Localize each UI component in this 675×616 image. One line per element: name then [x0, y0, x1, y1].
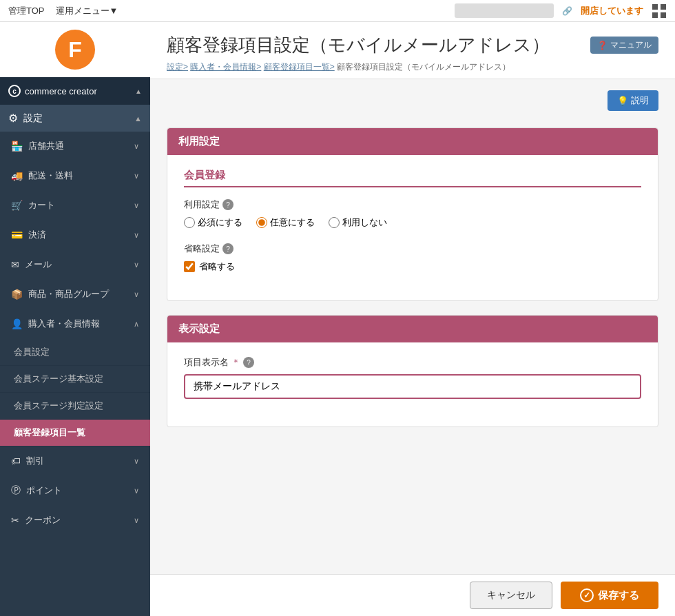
sidebar-item-discount[interactable]: 🏷 割引 ∨: [0, 446, 150, 476]
sidebar-subitem-stage-basic[interactable]: 会員ステージ基本設定: [0, 366, 150, 393]
abbreviation-checkbox[interactable]: [184, 261, 195, 272]
brand-name: commerce creator: [25, 86, 97, 96]
check-circle-icon: ✓: [580, 588, 594, 602]
item-name-input[interactable]: [184, 374, 641, 399]
item-name-field: 項目表示名 ＊ ?: [184, 356, 641, 399]
store-icon: 🏪: [11, 141, 23, 152]
explain-label: 説明: [631, 94, 649, 107]
settings-section-header[interactable]: ⚙ 設定 ▲: [0, 105, 150, 132]
usage-settings-header: 利用設定: [167, 128, 658, 155]
question-icon: ❓: [597, 41, 608, 50]
members-chevron: ∧: [134, 320, 139, 329]
abbreviation-checkbox-label[interactable]: 省略する: [184, 260, 641, 273]
display-settings-card: 表示設定 項目表示名 ＊ ?: [167, 315, 658, 427]
radio-disabled[interactable]: 利用しない: [329, 216, 387, 229]
radio-optional-input[interactable]: [256, 217, 267, 228]
coupon-icon: ✂: [11, 515, 19, 526]
stage-basic-label: 会員ステージ基本設定: [14, 373, 103, 384]
sidebar-item-payment[interactable]: 💳 決済 ∨: [0, 220, 150, 250]
abbreviation-info-icon[interactable]: ?: [222, 243, 233, 254]
radio-required[interactable]: 必須にする: [184, 216, 242, 229]
member-settings-label: 会員設定: [14, 347, 50, 357]
display-settings-header: 表示設定: [167, 316, 658, 342]
main-layout: F c commerce creator ▲ ⚙ 設定 ▲ 🏪 店舗共通 ∨: [0, 22, 675, 616]
radio-required-input[interactable]: [184, 217, 195, 228]
brand-c-icon: c: [8, 85, 21, 97]
store-status[interactable]: 開店しています: [581, 5, 643, 17]
sidebar-item-cart[interactable]: 🛒 カート ∨: [0, 191, 150, 220]
usage-info-icon[interactable]: ?: [222, 199, 233, 210]
page-title: 顧客登録項目設定（モバイルメールアドレス）: [167, 33, 550, 57]
svg-rect-2: [652, 12, 658, 18]
mail-chevron: ∨: [134, 260, 139, 269]
grid-icon[interactable]: [652, 3, 667, 19]
settings-label: 設定: [23, 112, 43, 125]
sidebar-logo: F: [0, 22, 150, 77]
sidebar-item-shipping[interactable]: 🚚 配送・送料 ∨: [0, 161, 150, 191]
item-name-info-icon[interactable]: ?: [243, 357, 254, 368]
page-title-row: 顧客登録項目設定（モバイルメールアドレス） ❓ マニュアル: [167, 33, 658, 57]
customer-registration-label: 顧客登録項目一覧: [14, 427, 85, 438]
discount-icon: 🏷: [11, 455, 21, 466]
display-settings-body: 項目表示名 ＊ ?: [167, 342, 658, 427]
sidebar-item-coupon[interactable]: ✂ クーポン ∨: [0, 506, 150, 535]
save-button[interactable]: ✓ 保存する: [561, 582, 658, 609]
sidebar-item-members[interactable]: 👤 購入者・会員情報 ∧: [0, 309, 150, 339]
explain-button[interactable]: 💡 説明: [608, 90, 658, 111]
brand-chevron: ▲: [135, 88, 142, 95]
content-area: 顧客登録項目設定（モバイルメールアドレス） ❓ マニュアル 設定> 購入者・会員…: [150, 22, 675, 616]
usage-field: 利用設定 ? 必須にする 任意にする: [184, 198, 641, 229]
external-link-icon[interactable]: 🔗: [562, 6, 572, 16]
cancel-button[interactable]: キャンセル: [470, 582, 552, 609]
sidebar-subitem-customer-registration[interactable]: 顧客登録項目一覧: [0, 420, 150, 446]
sidebar-subitem-stage-judgment[interactable]: 会員ステージ判定設定: [0, 393, 150, 420]
usage-settings-card: 利用設定 会員登録 利用設定 ? 必須にする: [167, 127, 658, 301]
top-navigation: 管理TOP 運用メニュー▼ 🔗 開店しています: [0, 0, 675, 22]
coupon-chevron: ∨: [134, 516, 139, 525]
mail-icon: ✉: [11, 259, 19, 270]
sidebar-discount-label: 割引: [26, 455, 44, 467]
usage-radio-group: 必須にする 任意にする 利用しない: [184, 216, 641, 229]
radio-required-label: 必須にする: [198, 216, 242, 229]
page-header: 顧客登録項目設定（モバイルメールアドレス） ❓ マニュアル 設定> 購入者・会員…: [150, 22, 675, 79]
sidebar-store-label: 店舗共通: [28, 140, 64, 152]
radio-optional-label: 任意にする: [270, 216, 315, 229]
top-nav-operation[interactable]: 運用メニュー▼: [56, 5, 118, 17]
item-name-label: 項目表示名 ＊ ?: [184, 356, 641, 369]
radio-disabled-label: 利用しない: [342, 216, 387, 229]
sidebar-subitem-member-settings[interactable]: 会員設定: [0, 339, 150, 366]
breadcrumb-settings[interactable]: 設定>: [167, 62, 188, 72]
manual-button[interactable]: ❓ マニュアル: [590, 37, 658, 54]
cart-chevron: ∨: [134, 201, 139, 210]
breadcrumb-customer-list[interactable]: 顧客登録項目一覧>: [264, 62, 335, 72]
shipping-icon: 🚚: [11, 170, 23, 181]
abbreviation-field: 省略設定 ? 省略する: [184, 243, 641, 273]
usage-settings-body: 会員登録 利用設定 ? 必須にする: [167, 155, 658, 300]
usage-settings-label: 利用設定: [178, 135, 220, 147]
sidebar-item-mail[interactable]: ✉ メール ∨: [0, 250, 150, 280]
breadcrumb-member-info[interactable]: 購入者・会員情報>: [190, 62, 261, 72]
display-settings-label: 表示設定: [178, 322, 220, 334]
sidebar-coupon-label: クーポン: [25, 514, 61, 526]
sidebar-shipping-label: 配送・送料: [28, 170, 73, 182]
sidebar-item-products[interactable]: 📦 商品・商品グループ ∨: [0, 280, 150, 309]
sidebar-item-store[interactable]: 🏪 店舗共通 ∨: [0, 132, 150, 161]
radio-disabled-input[interactable]: [329, 217, 340, 228]
members-icon: 👤: [11, 318, 23, 329]
top-nav-right: 🔗 開店しています: [455, 3, 667, 19]
settings-section-label: ⚙ 設定: [8, 112, 43, 125]
brand-inner: c commerce creator: [8, 85, 97, 97]
sidebar-payment-label: 決済: [28, 229, 46, 241]
sidebar-item-points[interactable]: Ⓟ ポイント ∨: [0, 476, 150, 506]
radio-optional[interactable]: 任意にする: [256, 216, 315, 229]
breadcrumb: 設定> 購入者・会員情報> 顧客登録項目一覧> 顧客登録項目設定（モバイルメール…: [167, 61, 658, 73]
payment-icon: 💳: [11, 229, 23, 240]
page-content: 💡 説明 利用設定 会員登録 利用設定 ?: [150, 79, 675, 574]
stage-judgment-label: 会員ステージ判定設定: [14, 400, 103, 411]
products-icon: 📦: [11, 289, 23, 300]
save-label: 保存する: [598, 589, 639, 602]
member-registration-title: 会員登録: [184, 169, 641, 187]
sidebar-brand[interactable]: c commerce creator ▲: [0, 77, 150, 105]
top-nav-management[interactable]: 管理TOP: [8, 5, 45, 17]
points-icon: Ⓟ: [11, 484, 21, 497]
